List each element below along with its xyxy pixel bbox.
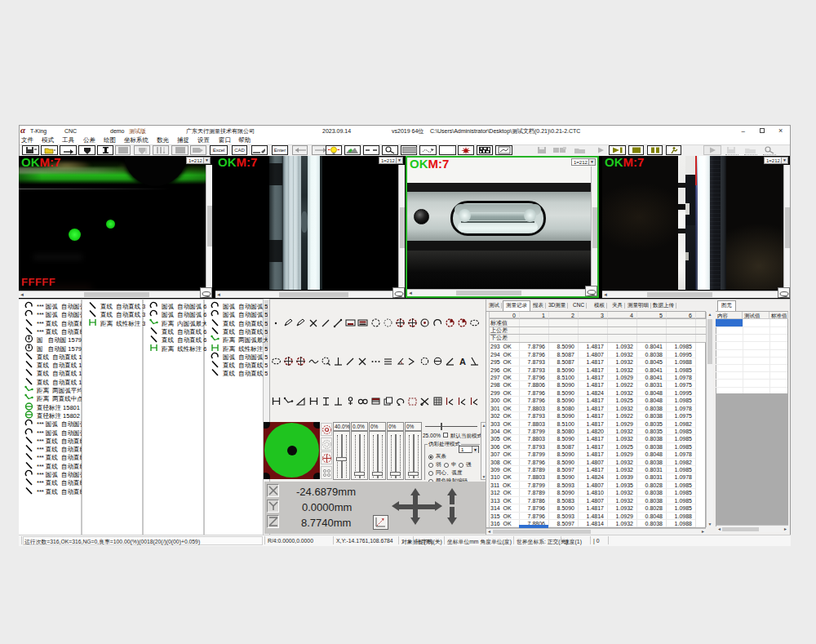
svg-text:A: A <box>459 357 466 366</box>
